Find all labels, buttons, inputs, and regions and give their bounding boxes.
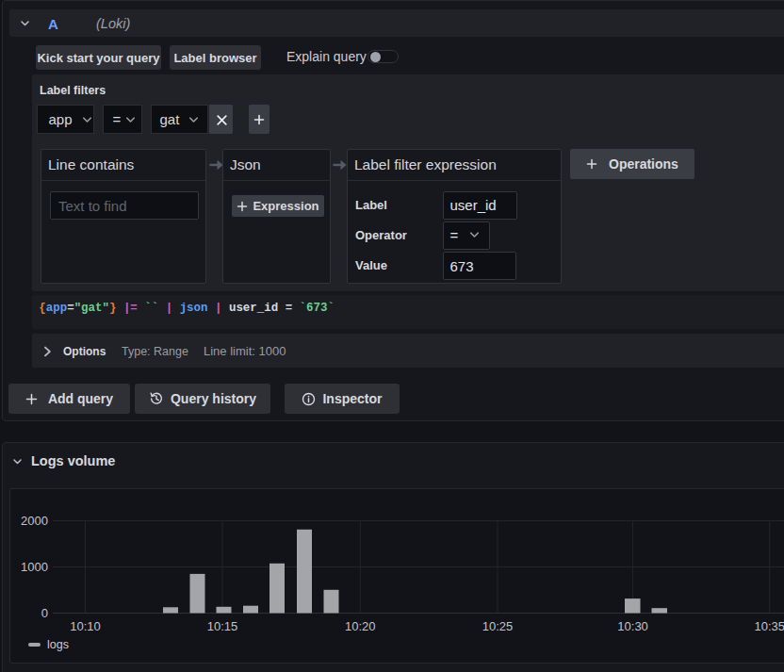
svg-text:10:30: 10:30 [617,619,648,633]
svg-text:logs: logs [47,638,69,651]
svg-text:0: 0 [41,606,48,620]
svg-text:2000: 2000 [21,514,48,528]
svg-text:1000: 1000 [21,560,48,574]
svg-text:10:10: 10:10 [70,619,101,633]
svg-text:10:15: 10:15 [207,619,238,633]
svg-text:10:25: 10:25 [482,619,514,633]
svg-text:10:20: 10:20 [345,619,376,633]
svg-text:10:35: 10:35 [754,619,784,633]
